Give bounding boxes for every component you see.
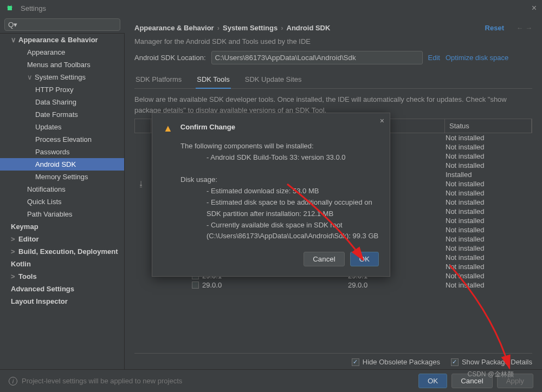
sidebar-item[interactable]: Updates <box>0 121 124 133</box>
sidebar-item[interactable]: >Editor <box>0 233 124 245</box>
sidebar-item[interactable]: Notifications <box>0 183 124 195</box>
sidebar-item[interactable]: Kotlin <box>0 258 124 270</box>
sidebar-item[interactable]: Appearance <box>0 46 124 58</box>
bottom-hint: Project-level settings will be applied t… <box>22 377 414 385</box>
watermark: CSDN @金林颜 <box>467 370 514 379</box>
breadcrumb: Appearance & Behavior›System Settings›An… <box>134 24 532 32</box>
download-icon: ⭳ <box>138 180 145 188</box>
sidebar-item[interactable]: HTTP Proxy <box>0 83 124 96</box>
edit-link[interactable]: Edit <box>428 54 440 62</box>
search-input[interactable] <box>4 18 120 31</box>
sidebar-item[interactable]: Passwords <box>0 146 124 158</box>
tabs: SDK Platforms SDK Tools SDK Update Sites <box>134 72 532 89</box>
sdk-location-input[interactable] <box>211 51 423 64</box>
sidebar-item[interactable]: Path Variables <box>0 208 124 220</box>
sdk-location-label: Android SDK Location: <box>134 54 206 62</box>
android-logo-icon <box>5 4 14 12</box>
sidebar-item[interactable]: Android SDK <box>0 158 124 171</box>
confirm-dialog: × ▲ Confirm Change The following compone… <box>152 113 390 277</box>
hide-obsolete-checkbox[interactable]: ✓Hide Obsolete Packages <box>352 358 440 366</box>
sidebar-item[interactable]: Data Sharing <box>0 96 124 108</box>
sidebar-item[interactable]: Menus and Toolbars <box>0 58 124 71</box>
sidebar-item[interactable]: >Tools <box>0 270 124 283</box>
titlebar: Settings × <box>0 0 542 16</box>
ok-button[interactable]: OK <box>418 374 447 388</box>
tab-sdk-tools[interactable]: SDK Tools <box>196 72 230 89</box>
info-icon: i <box>9 377 17 386</box>
row-checkbox[interactable] <box>192 282 199 289</box>
sidebar-item[interactable]: Advanced Settings <box>0 283 124 295</box>
tab-sdk-update-sites[interactable]: SDK Update Sites <box>244 72 303 88</box>
nav-arrows[interactable]: ← → <box>516 24 532 32</box>
sidebar-item[interactable]: Keymap <box>0 220 124 233</box>
sidebar-item[interactable]: Date Formats <box>0 108 124 121</box>
sidebar-item[interactable]: ∨System Settings <box>0 71 124 83</box>
window-title: Settings <box>21 4 46 12</box>
sidebar: ∨Appearance & BehaviorAppearanceMenus an… <box>0 34 125 369</box>
sidebar-item[interactable]: Quick Lists <box>0 195 124 208</box>
close-icon[interactable]: × <box>532 3 537 13</box>
dialog-title: Confirm Change <box>180 123 235 134</box>
reset-link[interactable]: Reset <box>485 24 504 32</box>
tab-sdk-platforms[interactable]: SDK Platforms <box>134 72 183 88</box>
warning-icon: ▲ <box>163 123 173 134</box>
dialog-ok-button[interactable]: OK <box>350 252 379 266</box>
dialog-cancel-button[interactable]: Cancel <box>304 252 345 266</box>
sidebar-item[interactable]: >Build, Execution, Deployment <box>0 245 124 258</box>
sidebar-item[interactable]: Process Elevation <box>0 133 124 146</box>
sidebar-item[interactable]: Layout Inspector <box>0 295 124 308</box>
table-row[interactable]: 29.0.029.0.0Not installed <box>134 280 532 290</box>
page-desc: Manager for the Android SDK and Tools us… <box>134 37 532 45</box>
show-details-checkbox[interactable]: ✓Show Package Details <box>451 358 532 366</box>
dialog-close-icon[interactable]: × <box>380 116 384 125</box>
sidebar-item[interactable]: Memory Settings <box>0 171 124 183</box>
sidebar-item[interactable]: ∨Appearance & Behavior <box>0 34 124 46</box>
optimize-link[interactable]: Optimize disk space <box>446 54 508 62</box>
